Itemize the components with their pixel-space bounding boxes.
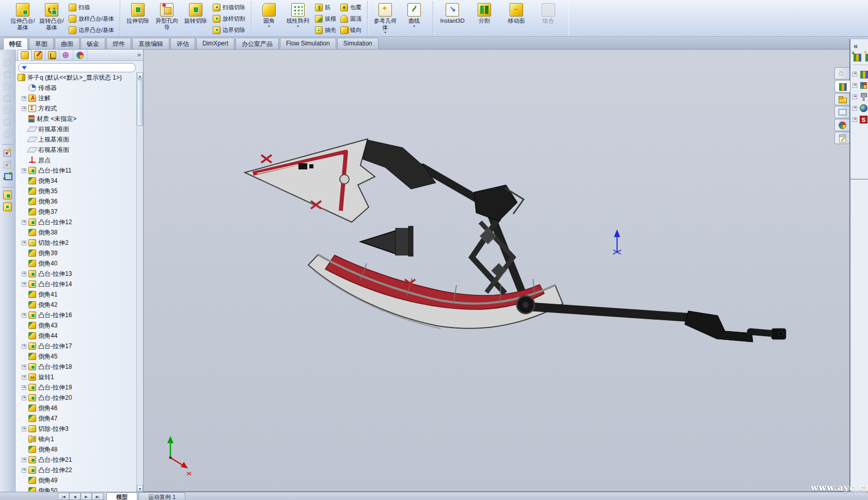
feature-tree-item[interactable]: 倒角41 <box>18 289 133 300</box>
boundary-boss-button[interactable]: 边界凸台/基体 <box>67 24 116 36</box>
dropdown-arrow-icon[interactable] <box>267 25 271 28</box>
manager-tab[interactable] <box>73 50 87 60</box>
axe-model[interactable] <box>245 139 786 342</box>
reference-geometry-button[interactable]: 参考几何体 <box>371 2 400 35</box>
feature-tree-item[interactable]: 倒角36 <box>18 196 133 207</box>
feature-tree-item[interactable]: 倒角46 <box>18 403 133 413</box>
tab-scroll-next-button[interactable]: ▶ <box>81 493 92 500</box>
taskpane-tab[interactable] <box>834 93 849 105</box>
toolbar-button[interactable] <box>2 158 13 169</box>
expand-toggle-icon[interactable] <box>853 83 857 88</box>
toolbar-button[interactable] <box>2 170 13 181</box>
toolbar-button[interactable] <box>2 103 13 115</box>
feature-tree-item[interactable]: 材质 <未指定> <box>18 114 133 124</box>
manager-tab[interactable] <box>18 50 31 60</box>
toolbar-button[interactable] <box>2 115 13 127</box>
taskpane-tab[interactable] <box>834 119 849 131</box>
taskpane-tab[interactable] <box>834 132 849 144</box>
taskpane-tab[interactable] <box>834 106 849 118</box>
design-library-node[interactable] <box>853 114 868 125</box>
command-tab[interactable]: 草图 <box>29 38 54 49</box>
sweep-button[interactable]: 扫描 <box>67 2 116 13</box>
feature-tree-item[interactable]: 镜向1 <box>18 434 133 444</box>
expand-toggle-icon[interactable] <box>853 117 857 122</box>
mirror-button[interactable]: 镜向 <box>339 24 363 36</box>
command-tab[interactable]: 直接编辑 <box>132 38 169 49</box>
expand-toggle-icon[interactable] <box>853 106 857 111</box>
fillet-button[interactable]: 圆角 <box>255 2 283 28</box>
split-button[interactable]: 分割 <box>468 2 500 25</box>
add-to-library-icon[interactable] <box>853 53 861 61</box>
design-library-node[interactable] <box>853 102 868 114</box>
feature-tree-item[interactable]: 原点 <box>18 155 133 165</box>
feature-tree-item[interactable]: 凸台-拉伸12 <box>18 217 133 227</box>
revolve-boss-button[interactable]: 旋转凸台/基体 <box>37 2 66 31</box>
command-tab[interactable]: 办公室产品 <box>235 38 279 49</box>
feature-tree-item[interactable]: 上视基准面 <box>18 134 133 145</box>
design-library-node[interactable] <box>853 80 868 91</box>
feature-tree-item[interactable]: 切除-拉伸3 <box>18 424 133 434</box>
feature-tree-item[interactable]: 倒角47 <box>18 413 133 424</box>
toolbar-button[interactable] <box>2 187 13 200</box>
manager-tab[interactable] <box>45 50 59 60</box>
feature-tree-item[interactable]: 凸台-拉伸21 <box>18 455 133 465</box>
bottom-tab[interactable]: 运动算例 1 <box>138 492 185 500</box>
feature-tree-item[interactable]: 注解 <box>18 93 133 103</box>
manager-tab[interactable] <box>31 50 45 60</box>
taskpane-collapse-chevron[interactable]: « <box>854 41 858 50</box>
feature-tree-item[interactable]: 凸台-拉伸22 <box>18 465 133 475</box>
toolbar-button[interactable] <box>2 68 13 79</box>
command-tab[interactable]: DimXpert <box>196 38 234 49</box>
feature-tree-item[interactable]: 切除-拉伸2 <box>18 238 133 248</box>
feature-tree-root[interactable]: 斧子q (默认<<默认>_显示状态 1>) <box>18 72 133 83</box>
expand-toggle-icon[interactable] <box>22 365 26 369</box>
dropdown-arrow-icon[interactable] <box>296 25 299 28</box>
feature-tree-item[interactable]: 凸台-拉伸19 <box>18 382 133 393</box>
scroll-up-arrow[interactable]: ▲ <box>137 72 143 79</box>
bottom-tab[interactable]: 模型 <box>106 492 137 500</box>
command-tab[interactable]: 特征 <box>3 38 28 50</box>
feature-filter-box[interactable] <box>18 63 136 72</box>
design-library-node[interactable] <box>853 91 868 102</box>
expand-toggle-icon[interactable] <box>22 427 26 431</box>
dropdown-arrow-icon[interactable] <box>413 25 416 28</box>
feature-tree-item[interactable]: 倒角45 <box>18 351 133 362</box>
expand-toggle-icon[interactable] <box>22 168 26 173</box>
expand-toggle-icon[interactable] <box>22 241 26 245</box>
expand-toggle-icon[interactable] <box>853 72 857 76</box>
feature-tree-item[interactable]: 传感器 <box>18 83 133 93</box>
command-tab[interactable]: Flow Simulation <box>280 38 336 49</box>
wrap-button[interactable]: 包覆 <box>339 2 363 13</box>
dome-button[interactable]: 圆顶 <box>339 13 363 24</box>
feature-tree-item[interactable]: 倒角48 <box>18 444 133 455</box>
expand-toggle-icon[interactable] <box>22 344 26 349</box>
feature-tree-item[interactable]: 前视基准面 <box>18 124 133 134</box>
toolbar-button[interactable] <box>2 91 13 103</box>
expand-toggle-icon[interactable] <box>22 385 26 390</box>
add-file-location-icon[interactable] <box>864 53 868 61</box>
feature-tree-item[interactable]: 倒角37 <box>18 207 133 217</box>
feature-tree-item[interactable]: 倒角35 <box>18 186 133 196</box>
command-tab[interactable]: 评估 <box>170 38 195 49</box>
feature-tree-item[interactable]: 倒角34 <box>18 176 133 186</box>
scrollbar-thumb[interactable] <box>137 80 143 126</box>
command-tab[interactable]: Simulation <box>337 38 378 49</box>
expand-toggle-icon[interactable] <box>22 396 26 400</box>
feature-tree-item[interactable]: 方程式 <box>18 103 133 114</box>
toolbar-button[interactable] <box>2 127 13 138</box>
feature-tree-scrollbar[interactable]: ▲ ▼ <box>136 72 143 492</box>
tab-scroll-first-button[interactable]: |◀ <box>58 493 69 500</box>
expand-toggle-icon[interactable] <box>853 95 857 99</box>
taskpane-tab[interactable] <box>834 80 850 92</box>
feature-tree-item[interactable]: 凸台-拉伸16 <box>18 310 133 320</box>
taskpane-tab[interactable] <box>834 67 849 80</box>
taskpane-splitter[interactable] <box>850 179 868 180</box>
draft-button[interactable]: 拔模 <box>313 13 338 24</box>
feature-tree-item[interactable]: 倒角38 <box>18 227 133 238</box>
feature-tree-item[interactable]: 凸台-拉伸14 <box>18 279 133 289</box>
expand-toggle-icon[interactable] <box>22 282 26 287</box>
expand-toggle-icon[interactable] <box>22 220 26 225</box>
feature-tree-item[interactable]: 凸台-拉伸17 <box>18 341 133 351</box>
feature-tree-item[interactable]: 凸台-拉伸18 <box>18 362 133 372</box>
scroll-down-arrow[interactable]: ▼ <box>137 485 143 492</box>
